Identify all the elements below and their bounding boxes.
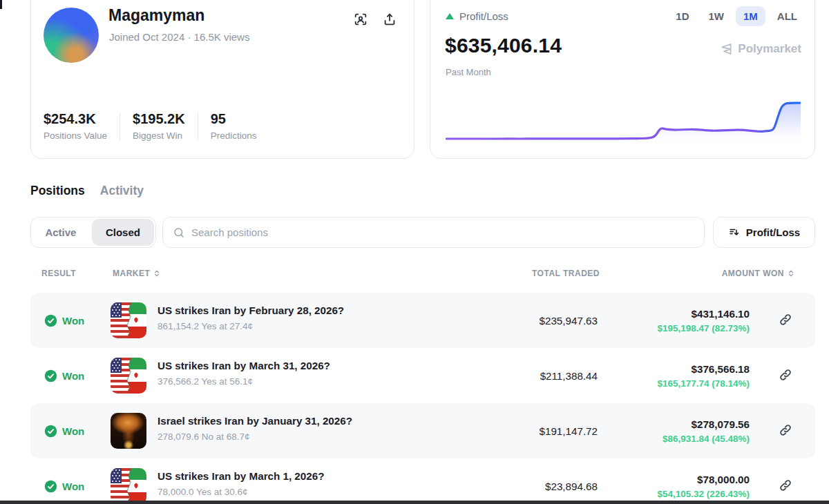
profile-meta: Joined Oct 2024 · 16.5K views (109, 31, 249, 43)
link-icon[interactable] (778, 367, 794, 384)
window-bottom-edge (0, 501, 829, 504)
range-1w[interactable]: 1W (701, 6, 732, 26)
result-badge: Won (44, 458, 84, 504)
market-title[interactable]: US strikes Iran by March 31, 2026? (158, 360, 330, 371)
pnl-chart (446, 88, 801, 146)
search-input[interactable] (191, 226, 694, 238)
amount-won-value: $278,079.56 (692, 418, 750, 430)
col-result: RESULT (41, 269, 76, 278)
check-icon (44, 314, 57, 327)
polymarket-logo-icon (719, 42, 733, 56)
filter-active[interactable]: Active (31, 217, 90, 247)
pnl-amount: $635,406.14 (445, 34, 562, 57)
profile-stats: $254.3K Positions Value $195.2K Biggest … (44, 111, 256, 141)
username: Magamyman (108, 6, 204, 25)
market-detail: 78,000.0 Yes at 30.6¢ (158, 487, 324, 497)
divider (120, 113, 120, 140)
profit-detail: $54,105.32 (226.43%) (657, 489, 750, 499)
avatar[interactable] (44, 8, 99, 63)
sort-updown-icon (153, 269, 161, 278)
stat-biggest-win: $195.2K Biggest Win (133, 111, 185, 141)
search-icon (173, 226, 185, 239)
total-traded-value: $211,388.44 (445, 348, 598, 403)
range-1m[interactable]: 1M (736, 6, 765, 26)
col-amount-won[interactable]: AMOUNT WON (625, 269, 795, 278)
result-badge: Won (44, 403, 84, 458)
sort-updown-icon (787, 269, 795, 278)
pnl-label: Profit/Loss (446, 10, 508, 22)
market-title[interactable]: US strikes Iran by February 28, 2026? (158, 304, 344, 316)
amount-won-value: $376,566.18 (692, 363, 750, 375)
table-row[interactable]: Won US strikes Ir (30, 458, 815, 504)
scan-profile-icon[interactable] (353, 12, 368, 27)
tab-positions[interactable]: Positions (30, 184, 85, 198)
table-row[interactable]: Won US strikes Ir (30, 348, 815, 403)
check-icon (44, 425, 57, 438)
sort-icon (728, 226, 741, 239)
section-tabs: Positions Activity (30, 184, 144, 198)
market-image-us-iran-flags (111, 302, 146, 338)
divider (198, 113, 198, 140)
sort-profit-loss-button[interactable]: Profit/Loss (713, 217, 815, 248)
stat-positions-value: $254.3K Positions Value (44, 111, 107, 141)
stat-predictions: 95 Predictions (211, 111, 257, 141)
market-title[interactable]: Israel strikes Iran by January 31, 2026? (158, 415, 352, 427)
table-header: RESULT MARKET TOTAL TRADED AMOUNT WON (30, 269, 815, 282)
market-image-us-iran-flags (111, 468, 146, 504)
total-traded-value: $191,147.72 (445, 403, 598, 458)
share-icon[interactable] (382, 12, 397, 27)
link-icon[interactable] (778, 312, 794, 329)
link-icon[interactable] (778, 423, 794, 439)
profit-detail: $86,931.84 (45.48%) (663, 434, 750, 444)
search-positions-box[interactable] (162, 217, 705, 248)
range-all[interactable]: ALL (770, 6, 805, 26)
filter-closed[interactable]: Closed (92, 219, 154, 246)
amount-won-value: $431,146.10 (692, 308, 750, 320)
market-detail: 376,566.2 Yes at 56.1¢ (158, 376, 330, 387)
result-badge: Won (44, 348, 84, 403)
market-image-night-explosion (111, 413, 146, 449)
check-icon (44, 480, 57, 493)
range-1d[interactable]: 1D (668, 6, 696, 26)
total-traded-value: $23,894.68 (445, 458, 598, 504)
table-row[interactable]: Won US strikes Ir (30, 293, 815, 348)
table-row[interactable]: Won Israel strikes Iran by January 31, 2… (30, 403, 815, 458)
profile-page: Magamyman Joined Oct 2024 · 16.5K views … (0, 0, 829, 504)
profit-detail: $165,177.74 (78.14%) (657, 378, 750, 389)
col-total-traded: TOTAL TRADED (445, 269, 600, 278)
profile-card: Magamyman Joined Oct 2024 · 16.5K views … (30, 0, 414, 159)
profit-detail: $195,198.47 (82.73%) (657, 323, 750, 333)
market-detail: 861,154.2 Yes at 27.4¢ (158, 321, 344, 331)
link-icon[interactable] (778, 478, 794, 494)
range-selector: 1D 1W 1M ALL (668, 6, 805, 26)
status-filter: Active Closed (30, 217, 156, 248)
market-image-us-iran-flags (111, 358, 146, 394)
total-traded-value: $235,947.63 (445, 293, 598, 348)
amount-won-value: $78,000.00 (697, 474, 750, 485)
pnl-period: Past Month (446, 67, 491, 77)
pnl-card: Profit/Loss 1D 1W 1M ALL $635,406.14 Pol… (430, 0, 815, 159)
arrow-up-icon (446, 13, 454, 19)
market-title[interactable]: US strikes Iran by March 1, 2026? (158, 470, 324, 482)
col-market[interactable]: MARKET (113, 269, 161, 278)
window-edge-mark (0, 0, 2, 9)
market-detail: 278,079.6 No at 68.7¢ (158, 432, 352, 442)
polymarket-watermark: Polymarket (719, 42, 801, 56)
check-icon (44, 369, 57, 382)
positions-table: Won US strikes Ir (30, 293, 815, 504)
tab-activity[interactable]: Activity (100, 184, 144, 198)
result-badge: Won (44, 293, 84, 348)
